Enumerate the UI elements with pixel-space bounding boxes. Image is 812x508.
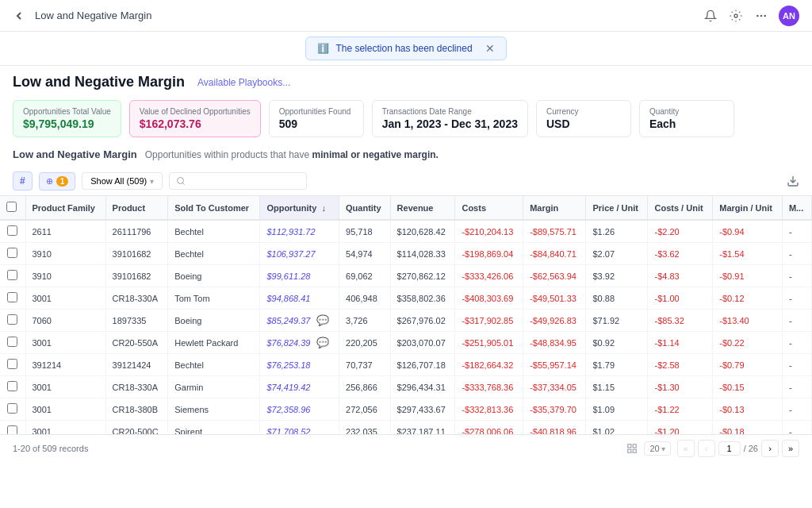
margin: -$84,840.71 — [523, 243, 586, 265]
filter-button-2[interactable]: ⊕ 1 — [39, 172, 76, 190]
quantity: 3,726 — [339, 310, 391, 332]
header-costs[interactable]: Costs — [455, 196, 523, 220]
table-header: Product Family Product Sold To Customer … — [0, 196, 812, 220]
row-checkbox[interactable] — [0, 398, 25, 421]
margin: -$35,379.70 — [523, 398, 586, 421]
margin: -$62,563.94 — [523, 265, 586, 287]
row-checkbox[interactable] — [0, 354, 25, 376]
footer-right: 20 ▾ « ‹ / 26 › » — [626, 440, 799, 457]
header-product[interactable]: Product — [105, 196, 168, 220]
costs-unit: -$85.32 — [648, 310, 713, 332]
product-family: 3001 — [25, 332, 105, 354]
product: 26111796 — [105, 220, 168, 243]
costs: -$332,813.36 — [455, 398, 523, 421]
product: 39121424 — [105, 354, 168, 376]
costs: -$278,006.06 — [455, 421, 523, 435]
header-margin[interactable]: Margin — [523, 196, 586, 220]
breadcrumb-title: Low and Negative Margin — [35, 10, 151, 21]
toolbar-right — [787, 175, 799, 187]
header-customer[interactable]: Sold To Customer — [168, 196, 260, 220]
export-button[interactable] — [787, 175, 799, 187]
page-total: / 26 — [744, 444, 758, 453]
comment-icon[interactable]: 💬 — [316, 314, 329, 326]
section-desc: Opportunities within products that have … — [145, 149, 439, 160]
header-opportunity[interactable]: Opportunity ↓ — [260, 196, 339, 220]
header-more[interactable]: M... — [782, 196, 811, 220]
metric-date-range: Transactions Date Range Jan 1, 2023 - De… — [372, 100, 528, 137]
page-number-input[interactable] — [718, 441, 741, 456]
margin: -$49,926.83 — [523, 310, 586, 332]
svg-rect-8 — [634, 444, 637, 448]
table-row: 3001 CR18-330A Tom Tom $94,868.41 406,94… — [0, 287, 812, 310]
margin-unit: -$0.79 — [713, 354, 783, 376]
customer: Boeing — [168, 265, 260, 287]
select-all-checkbox[interactable] — [6, 202, 17, 212]
header-revenue[interactable]: Revenue — [390, 196, 455, 220]
back-button[interactable] — [13, 10, 25, 22]
last-page-button[interactable]: » — [782, 440, 799, 457]
product: CR20-500C — [105, 421, 168, 435]
section-header: Low and Negative Margin Opportunities wi… — [0, 142, 812, 167]
metric-label-4: Transactions Date Range — [382, 107, 518, 116]
row-checkbox[interactable] — [0, 310, 25, 332]
svg-rect-10 — [634, 449, 637, 452]
costs: -$198,869.04 — [455, 243, 523, 265]
top-bar-actions: AN — [703, 6, 799, 26]
section-title: Low and Negative Margin — [13, 148, 137, 160]
show-all-button[interactable]: Show All (509) ▾ — [82, 172, 163, 190]
svg-point-4 — [178, 178, 184, 184]
search-icon — [176, 176, 186, 186]
metric-value-6: Each — [649, 117, 724, 130]
customer: Boeing — [168, 310, 260, 332]
more-col: - — [782, 243, 811, 265]
bell-icon[interactable] — [703, 8, 718, 24]
revenue: $297,433.67 — [390, 398, 455, 421]
header-checkbox[interactable] — [0, 196, 25, 220]
metrics-row: Opportunities Total Value $9,795,049.19 … — [0, 95, 812, 142]
metric-value-3: 509 — [279, 117, 354, 130]
more-icon[interactable] — [753, 8, 769, 24]
header-margin-unit[interactable]: Margin / Unit — [713, 196, 783, 220]
price-unit: $1.15 — [586, 376, 648, 398]
row-checkbox[interactable] — [0, 243, 25, 265]
opportunity: $76,824.39 💬 — [260, 332, 339, 354]
search-box[interactable] — [169, 172, 307, 190]
grid-view-icon[interactable] — [626, 443, 638, 454]
opportunity: $85,249.37 💬 — [260, 310, 339, 332]
revenue: $358,802.36 — [390, 287, 455, 310]
next-page-button[interactable]: › — [761, 440, 779, 457]
metric-total-value: Opportunities Total Value $9,795,049.19 — [13, 100, 121, 137]
revenue: $296,434.31 — [390, 376, 455, 398]
prev-page-button[interactable]: ‹ — [698, 440, 715, 457]
costs: -$251,905.01 — [455, 332, 523, 354]
row-checkbox[interactable] — [0, 265, 25, 287]
metric-value-2: $162,073.76 — [140, 117, 251, 130]
filter-button-1[interactable]: # — [13, 171, 33, 190]
search-input[interactable] — [189, 176, 300, 186]
filter2-icon: ⊕ — [46, 176, 53, 187]
row-checkbox[interactable] — [0, 421, 25, 435]
table-row: 3001 CR18-380B Siemens $72,358.96 272,05… — [0, 398, 812, 421]
row-checkbox[interactable] — [0, 332, 25, 354]
header-price-unit[interactable]: Price / Unit — [586, 196, 648, 220]
quantity: 256,866 — [339, 376, 391, 398]
header-costs-unit[interactable]: Costs / Unit — [648, 196, 713, 220]
playbooks-link[interactable]: Available Playbooks... — [197, 77, 290, 88]
first-page-button[interactable]: « — [677, 440, 695, 457]
svg-point-3 — [764, 15, 765, 16]
page-title: Low and Negative Margin — [13, 74, 185, 90]
table-row: 3910 39101682 Boeing $99,611.28 69,062 $… — [0, 265, 812, 287]
header-product-family[interactable]: Product Family — [25, 196, 105, 220]
costs-unit: -$2.58 — [648, 354, 713, 376]
settings-icon[interactable] — [728, 8, 744, 24]
costs-unit: -$1.20 — [648, 421, 713, 435]
notification-close[interactable]: ✕ — [485, 42, 495, 55]
header-quantity[interactable]: Quantity — [339, 196, 391, 220]
comment-icon[interactable]: 💬 — [316, 337, 329, 348]
product-family: 3001 — [25, 287, 105, 310]
page-size-select[interactable]: 20 ▾ — [644, 441, 670, 456]
row-checkbox[interactable] — [0, 220, 25, 243]
row-checkbox[interactable] — [0, 376, 25, 398]
costs: -$333,426.06 — [455, 265, 523, 287]
row-checkbox[interactable] — [0, 287, 25, 310]
